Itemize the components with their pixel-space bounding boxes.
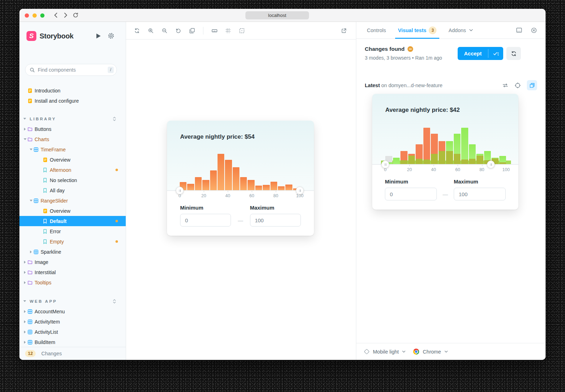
- minimize-window-button[interactable]: [32, 13, 37, 18]
- sidebar-item-activityitem[interactable]: ActivityItem: [19, 316, 126, 327]
- sidebar-item-interstitial[interactable]: Interstitial: [19, 267, 126, 277]
- change-panel-position-icon[interactable]: [516, 27, 522, 34]
- storybook-brand: S Storybook: [26, 31, 73, 41]
- story-card: Average nightly price: $54 020406080100 …: [167, 121, 314, 236]
- visual-tests-count-badge: 3: [429, 26, 436, 34]
- sidebar-item-rangeslider[interactable]: RangeSlider: [19, 195, 126, 206]
- reset-zoom-icon[interactable]: [176, 28, 181, 34]
- collapse-expand-icon[interactable]: [112, 299, 117, 304]
- sidebar-item-activitylist[interactable]: ActivityList: [19, 327, 126, 337]
- sidebar-footer[interactable]: 12 Changes: [19, 347, 126, 360]
- folder-icon: [27, 281, 32, 285]
- component-tree: IntroductionInstall and configureLIBRARY…: [19, 85, 126, 347]
- measure-icon[interactable]: [212, 28, 217, 34]
- close-window-button[interactable]: [25, 13, 29, 18]
- change-background-icon[interactable]: [189, 28, 195, 34]
- panel-footer: Mobile light Chrome: [356, 343, 546, 360]
- sidebar-item-builditem[interactable]: BuildItem: [19, 337, 126, 347]
- caret-right-icon: [23, 281, 27, 284]
- diff-histogram-bars: [385, 128, 506, 164]
- diff-histogram-bar: [423, 128, 430, 164]
- search-shortcut-key: /: [108, 67, 114, 73]
- reload-icon[interactable]: [72, 12, 79, 19]
- histogram-bar: [225, 160, 232, 191]
- tab-visual-tests[interactable]: Visual tests 3: [398, 22, 436, 39]
- play-icon[interactable]: [96, 34, 101, 38]
- batch-accept-icon[interactable]: [488, 47, 503, 60]
- tab-addons[interactable]: Addons: [448, 22, 472, 39]
- remount-icon[interactable]: [134, 28, 140, 34]
- diff-histogram-bar: [431, 134, 438, 164]
- rerun-tests-button[interactable]: [506, 47, 521, 60]
- sidebar-item-tooltips[interactable]: Tooltips: [19, 277, 126, 288]
- sidebar-item-default[interactable]: Default: [19, 216, 126, 226]
- sidebar-item-overview[interactable]: Overview: [19, 155, 126, 165]
- mode-select[interactable]: Mobile light: [373, 349, 399, 355]
- address-bar[interactable]: localhost: [245, 11, 309, 19]
- forward-icon[interactable]: [62, 12, 69, 19]
- histogram-bar: [195, 177, 202, 191]
- mode-diamond-icon: [364, 349, 370, 355]
- maximum-input[interactable]: [250, 214, 301, 227]
- caret-right-icon: [23, 320, 27, 323]
- doc-icon: [27, 98, 32, 103]
- sidebar-item-charts[interactable]: Charts: [19, 134, 126, 144]
- open-new-tab-icon[interactable]: [341, 28, 347, 34]
- caret-down-icon: [22, 300, 27, 302]
- caret-right-icon: [23, 261, 27, 264]
- sidebar-item-overview[interactable]: Overview: [19, 206, 126, 216]
- chevron-down-icon: [469, 29, 473, 31]
- sidebar-item-accountmenu[interactable]: AccountMenu: [19, 306, 126, 316]
- slider-min-handle[interactable]: [176, 187, 184, 194]
- x-axis: 020406080100: [167, 191, 314, 200]
- outline-icon[interactable]: [239, 28, 245, 34]
- sidebar-item-no-selection[interactable]: No selection: [19, 175, 126, 185]
- sidebar-item-afternoon[interactable]: Afternoon: [19, 165, 126, 175]
- caret-right-icon: [23, 341, 27, 344]
- histogram-bar: [270, 182, 277, 191]
- inspect-target-icon[interactable]: [515, 82, 521, 89]
- histogram-bar: [240, 177, 247, 191]
- minimum-input: [385, 188, 437, 200]
- x-tick-label: 20: [407, 167, 412, 172]
- sidebar-item-introduction[interactable]: Introduction: [19, 85, 126, 96]
- sidebar-item-install-and-configure[interactable]: Install and configure: [19, 96, 126, 106]
- latest-label: Latest: [365, 83, 380, 88]
- sidebar-section-library[interactable]: LIBRARY: [19, 114, 126, 124]
- show-diff-icon[interactable]: [527, 80, 537, 90]
- sidebar-item-sparkline[interactable]: Sparkline: [19, 247, 126, 257]
- zoom-window-button[interactable]: [40, 13, 44, 18]
- sidebar-item-error[interactable]: Error: [19, 226, 126, 236]
- switch-comparison-icon[interactable]: [502, 83, 509, 88]
- slider-max-handle[interactable]: [296, 187, 304, 194]
- diff-histogram-chart: Average nightly price: $42: [372, 94, 518, 164]
- search-box[interactable]: /: [25, 64, 117, 76]
- zoom-in-icon[interactable]: [148, 28, 154, 34]
- minimum-input[interactable]: [180, 214, 231, 227]
- zoom-out-icon[interactable]: [162, 28, 167, 34]
- chart-title: Average nightly price: $54: [180, 133, 255, 140]
- browser-select[interactable]: Chrome: [423, 349, 441, 355]
- grid-icon[interactable]: [225, 28, 231, 34]
- histogram-bar: [187, 184, 194, 191]
- sidebar-item-image[interactable]: Image: [19, 257, 126, 267]
- back-icon[interactable]: [52, 12, 59, 19]
- caret-down-icon: [29, 200, 33, 201]
- panel-tabs: Controls Visual tests 3 Addons: [356, 22, 546, 39]
- sidebar-item-buttons[interactable]: Buttons: [19, 124, 126, 134]
- caret-right-icon: [23, 271, 27, 274]
- sidebar-item-empty[interactable]: Empty: [19, 236, 126, 247]
- range-separator: —: [231, 205, 250, 227]
- accept-button[interactable]: Accept: [458, 47, 503, 60]
- minimum-label: Minimum: [385, 179, 437, 185]
- close-panel-icon[interactable]: [531, 27, 537, 34]
- tab-controls[interactable]: Controls: [367, 22, 386, 39]
- canvas-toolbar: [126, 22, 356, 40]
- gear-icon[interactable]: [108, 32, 114, 39]
- sidebar-item-timeframe[interactable]: TimeFrame: [19, 144, 126, 155]
- sidebar-section-web-app[interactable]: WEB APP: [19, 296, 126, 306]
- collapse-expand-icon[interactable]: [112, 116, 117, 121]
- sidebar-item-all-day[interactable]: All day: [19, 185, 126, 195]
- change-dot-icon: [115, 220, 118, 222]
- search-input[interactable]: [38, 67, 108, 73]
